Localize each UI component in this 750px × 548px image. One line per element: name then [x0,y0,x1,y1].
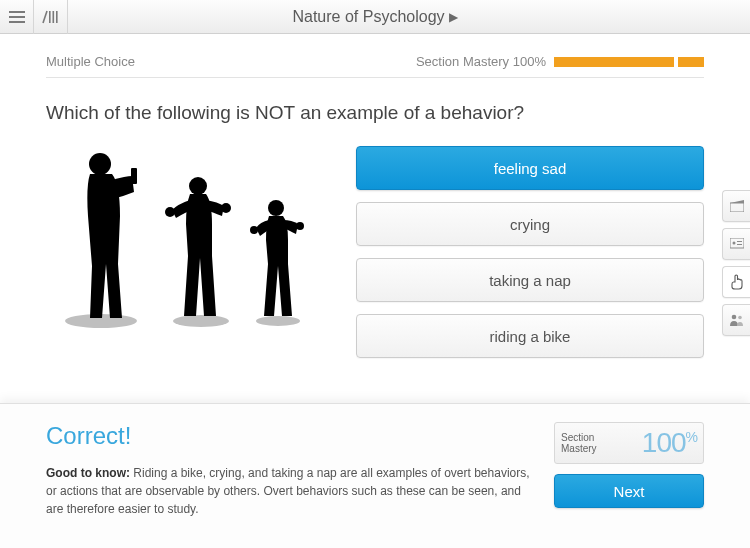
feedback-title: Correct! [46,422,534,450]
mastery-box: Section Mastery 100% [554,422,704,464]
toolbar: Nature of Psychology ▶ [0,0,750,34]
svg-point-14 [268,200,284,216]
svg-point-9 [89,153,111,175]
svg-point-7 [173,315,229,327]
svg-point-15 [250,226,258,234]
answer-option[interactable]: feeling sad [356,146,704,190]
svg-rect-0 [9,11,25,13]
svg-rect-17 [730,203,744,212]
svg-rect-1 [9,16,25,18]
svg-point-12 [165,207,175,217]
mastery-percent: 100% [642,427,697,459]
svg-point-22 [731,315,736,320]
svg-rect-20 [737,241,742,242]
feedback-panel: Correct! Good to know: Riding a bike, cr… [0,403,750,548]
svg-rect-21 [737,244,742,245]
answer-option[interactable]: taking a nap [356,258,704,302]
meta-row: Multiple Choice Section Mastery 100% [46,54,704,78]
question-type-label: Multiple Choice [46,54,135,69]
presentation-icon [730,238,744,250]
rail-slides-button[interactable] [722,228,750,260]
svg-point-13 [221,203,231,213]
answer-option[interactable]: crying [356,202,704,246]
app-logo-icon [42,10,60,24]
svg-rect-4 [52,11,54,23]
question-illustration [46,146,356,358]
people-icon [729,314,745,326]
menu-button[interactable] [0,0,34,34]
feedback-body: Good to know: Riding a bike, crying, and… [46,464,534,518]
svg-rect-10 [131,168,137,184]
mastery-bar [554,57,704,67]
page-title: Nature of Psychology [292,8,444,26]
mastery-wrap: Section Mastery 100% [416,54,704,69]
next-button[interactable]: Next [554,474,704,508]
mastery-segment [678,57,704,67]
rail-people-button[interactable] [722,304,750,336]
svg-rect-5 [56,11,58,23]
svg-point-23 [738,316,742,320]
answer-list: feeling sad crying taking a nap riding a… [356,146,704,358]
svg-rect-2 [9,21,25,23]
svg-rect-18 [730,238,744,248]
svg-point-11 [189,177,207,195]
hamburger-icon [9,11,25,23]
svg-rect-3 [49,11,51,23]
svg-point-8 [256,316,300,326]
mastery-label: Section Mastery 100% [416,54,546,69]
pointer-icon [730,274,744,290]
rail-interact-button[interactable] [722,266,750,298]
clapperboard-icon [730,200,744,212]
answer-option[interactable]: riding a bike [356,314,704,358]
question-text: Which of the following is NOT an example… [46,102,704,124]
silhouette-icon [46,146,346,346]
content-area: Multiple Choice Section Mastery 100% Whi… [0,34,750,358]
side-rail [722,190,750,336]
mastery-segment [554,57,674,67]
svg-point-19 [732,242,735,245]
app-logo-button[interactable] [34,0,68,34]
play-icon: ▶ [449,10,458,24]
svg-point-16 [296,222,304,230]
rail-video-button[interactable] [722,190,750,222]
